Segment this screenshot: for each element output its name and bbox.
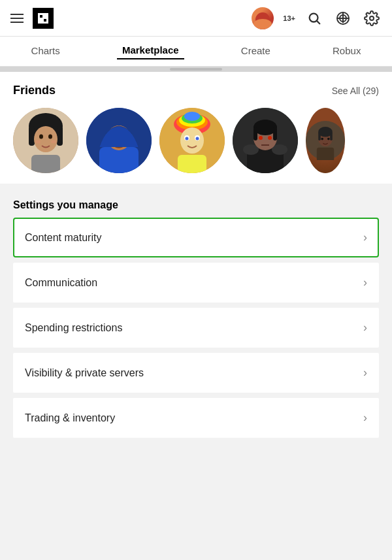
svg-point-35 [186, 137, 189, 140]
svg-point-18 [51, 140, 56, 144]
svg-rect-45 [273, 127, 277, 140]
chevron-right-icon-content-maturity: › [363, 231, 367, 244]
svg-point-32 [180, 127, 204, 154]
visibility-label: Visibility & private servers [25, 367, 144, 379]
chevron-right-icon-spending: › [363, 321, 367, 335]
chevron-right-icon-visibility: › [363, 366, 367, 380]
svg-rect-1 [40, 15, 42, 18]
svg-rect-44 [253, 127, 257, 140]
header-right: 13+ [252, 7, 382, 29]
svg-rect-52 [318, 132, 321, 140]
friend-avatar-5[interactable] [306, 108, 345, 173]
tab-robux[interactable]: Robux [327, 42, 366, 59]
settings-item-content-maturity[interactable]: Content maturity › [13, 218, 379, 257]
friend-avatar-3[interactable] [159, 108, 225, 173]
svg-point-54 [321, 138, 323, 140]
svg-rect-13 [57, 126, 63, 146]
see-all-link[interactable]: See All (29) [332, 86, 379, 96]
scroll-area [0, 67, 392, 72]
svg-point-14 [34, 126, 57, 152]
svg-rect-37 [178, 155, 206, 173]
menu-icon[interactable] [10, 14, 24, 23]
spending-restrictions-label: Spending restrictions [25, 322, 122, 334]
svg-point-9 [370, 16, 374, 20]
svg-line-4 [317, 21, 319, 24]
robux-icon[interactable] [333, 8, 353, 28]
friends-avatars [13, 108, 379, 173]
svg-rect-56 [317, 148, 334, 160]
age-badge: 13+ [283, 14, 295, 22]
friend-avatar-2[interactable] [86, 108, 152, 173]
communication-label: Communication [25, 277, 97, 289]
chevron-right-icon-communication: › [363, 276, 367, 289]
tab-create[interactable]: Create [236, 42, 276, 59]
svg-rect-21 [99, 147, 139, 173]
svg-rect-2 [44, 19, 46, 22]
settings-list: Content maturity › Communication › Spend… [13, 218, 379, 443]
app-header: 13+ [0, 0, 392, 37]
scroll-bar [170, 68, 222, 71]
svg-point-47 [268, 136, 272, 140]
content-maturity-label: Content maturity [25, 232, 101, 244]
svg-rect-0 [38, 13, 48, 24]
chevron-right-icon-trading: › [363, 411, 367, 425]
friend-avatar-1[interactable] [13, 108, 78, 173]
tab-charts[interactable]: Charts [26, 42, 65, 59]
svg-rect-19 [31, 155, 60, 173]
friends-section: Friends See All (29) [0, 72, 392, 184]
settings-section-title: Settings you manage [13, 190, 379, 218]
svg-rect-12 [29, 126, 35, 146]
svg-point-55 [327, 138, 330, 140]
settings-item-communication[interactable]: Communication › [13, 263, 379, 303]
svg-point-31 [184, 112, 200, 121]
nav-tabs: Charts Marketplace Create Robux [0, 37, 392, 67]
friend-avatar-4[interactable] [233, 108, 298, 173]
friends-header: Friends See All (29) [13, 84, 379, 97]
settings-item-spending-restrictions[interactable]: Spending restrictions › [13, 308, 379, 348]
trading-label: Trading & inventory [25, 412, 115, 424]
svg-point-16 [48, 135, 52, 139]
search-icon[interactable] [304, 8, 324, 28]
svg-point-17 [35, 140, 41, 144]
header-left [10, 8, 54, 29]
avatar[interactable] [252, 7, 274, 29]
main-content: Friends See All (29) [0, 72, 392, 450]
svg-point-46 [259, 136, 263, 140]
svg-rect-53 [330, 132, 333, 140]
tab-marketplace[interactable]: Marketplace [117, 42, 184, 59]
settings-item-trading[interactable]: Trading & inventory › [13, 398, 379, 438]
roblox-logo-icon[interactable] [33, 8, 54, 29]
svg-point-15 [39, 135, 43, 139]
settings-icon[interactable] [362, 8, 382, 28]
svg-point-36 [196, 137, 199, 140]
settings-item-visibility[interactable]: Visibility & private servers › [13, 353, 379, 393]
friends-title: Friends [13, 84, 56, 97]
settings-section: Settings you manage Content maturity › C… [0, 190, 392, 450]
